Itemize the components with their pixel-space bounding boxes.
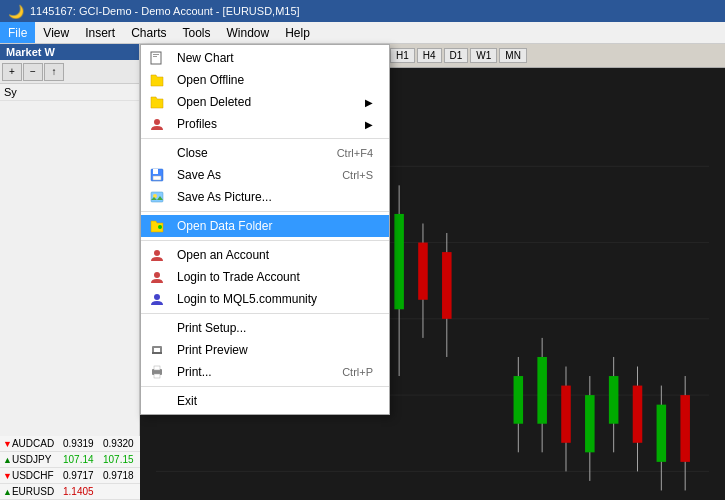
- open-deleted-label: Open Deleted: [177, 95, 251, 109]
- sep2: [141, 211, 389, 212]
- menu-item-save-as[interactable]: Save As Ctrl+S: [141, 164, 389, 186]
- bid-audcad: 0.9319: [60, 436, 100, 451]
- sidebar-header: Market W: [0, 44, 139, 60]
- print-preview-label: Print Preview: [177, 343, 248, 357]
- sep4: [141, 313, 389, 314]
- open-folder-icon: [149, 218, 165, 234]
- menu-item-open-offline[interactable]: Open Offline: [141, 69, 389, 91]
- save-picture-label: Save As Picture...: [177, 190, 272, 204]
- print-preview-icon: [149, 342, 165, 358]
- save-as-label: Save As: [177, 168, 221, 182]
- ask-eurusd: [100, 484, 140, 499]
- sep3: [141, 240, 389, 241]
- svg-rect-24: [394, 214, 404, 309]
- table-row-usdchf: ▼ USDCHF 0.9717 0.9718: [0, 468, 140, 484]
- svg-rect-60: [152, 352, 162, 354]
- open-offline-icon: [149, 72, 165, 88]
- menu-item-open-deleted[interactable]: Open Deleted ▶: [141, 91, 389, 113]
- svg-rect-34: [561, 386, 571, 443]
- menu-item-close[interactable]: Close Ctrl+F4: [141, 142, 389, 164]
- print-shortcut: Ctrl+P: [342, 366, 373, 378]
- open-deleted-icon: [149, 94, 165, 110]
- timeframe-mn[interactable]: MN: [499, 48, 527, 63]
- svg-rect-28: [442, 252, 452, 319]
- ask-usdchf: 0.9718: [100, 468, 140, 483]
- sidebar-sy-label: Sy: [4, 86, 17, 98]
- menu-insert[interactable]: Insert: [77, 22, 123, 43]
- svg-rect-47: [153, 56, 157, 57]
- login-trade-icon: [149, 269, 165, 285]
- menu-tools[interactable]: Tools: [175, 22, 219, 43]
- title-text: 1145167: GCI-Demo - Demo Account - [EURU…: [30, 5, 300, 17]
- timeframe-h1[interactable]: H1: [390, 48, 415, 63]
- svg-point-57: [154, 294, 160, 300]
- open-data-folder-label: Open Data Folder: [177, 219, 272, 233]
- table-row-eurusd: ▲ EURUSD 1.1405: [0, 484, 140, 500]
- symbol-eurusd: ▲ EURUSD: [0, 484, 60, 499]
- menu-item-login-trade[interactable]: Login to Trade Account: [141, 266, 389, 288]
- svg-rect-50: [153, 169, 158, 174]
- timeframe-h4[interactable]: H4: [417, 48, 442, 63]
- open-account-label: Open an Account: [177, 248, 269, 262]
- save-picture-icon: [149, 189, 165, 205]
- menu-item-login-mql5[interactable]: Login to MQL5.community: [141, 288, 389, 310]
- menu-item-new-chart[interactable]: New Chart: [141, 47, 389, 69]
- toolbar-btn-3[interactable]: ↑: [44, 63, 64, 81]
- svg-point-56: [154, 272, 160, 278]
- table-row-usdjpy: ▲ USDJPY 107.14 107.15: [0, 452, 140, 468]
- menu-window[interactable]: Window: [219, 22, 278, 43]
- bid-eurusd: 1.1405: [60, 484, 100, 499]
- menu-item-exit[interactable]: Exit: [141, 390, 389, 412]
- bid-usdchf: 0.9717: [60, 468, 100, 483]
- timeframe-w1[interactable]: W1: [470, 48, 497, 63]
- profiles-label: Profiles: [177, 117, 217, 131]
- menu-view[interactable]: View: [35, 22, 77, 43]
- menu-bar: File View Insert Charts Tools Window Hel…: [0, 22, 725, 44]
- bid-usdjpy: 107.14: [60, 452, 100, 467]
- menu-item-print[interactable]: Print... Ctrl+P: [141, 361, 389, 383]
- title-bar: 🌙 1145167: GCI-Demo - Demo Account - [EU…: [0, 0, 725, 22]
- svg-rect-26: [418, 243, 428, 300]
- symbol-usdchf: ▼ USDCHF: [0, 468, 60, 483]
- svg-point-55: [154, 250, 160, 256]
- file-dropdown: New Chart Open Offline Open Deleted ▶ Pr…: [140, 44, 390, 415]
- login-mql5-icon: [149, 291, 165, 307]
- menu-item-open-data-folder[interactable]: Open Data Folder: [141, 215, 389, 237]
- toolbar-btn-1[interactable]: +: [2, 63, 22, 81]
- symbol-audcad: ▼ AUDCAD: [0, 436, 60, 451]
- table-row-audcad: ▼ AUDCAD 0.9319 0.9320: [0, 436, 140, 452]
- menu-charts[interactable]: Charts: [123, 22, 174, 43]
- svg-rect-32: [537, 357, 547, 424]
- menu-item-open-account[interactable]: Open an Account: [141, 244, 389, 266]
- svg-rect-36: [585, 395, 595, 452]
- open-account-icon: [149, 247, 165, 263]
- market-table: ▼ AUDCAD 0.9319 0.9320 ▲ USDJPY 107.14 1…: [0, 436, 140, 500]
- symbol-usdjpy: ▲ USDJPY: [0, 452, 60, 467]
- open-deleted-arrow: ▶: [365, 97, 373, 108]
- exit-label: Exit: [177, 394, 197, 408]
- login-trade-label: Login to Trade Account: [177, 270, 300, 284]
- svg-rect-45: [151, 52, 161, 64]
- menu-item-save-as-picture[interactable]: Save As Picture...: [141, 186, 389, 208]
- svg-rect-52: [151, 192, 163, 202]
- svg-point-54: [158, 225, 162, 229]
- svg-rect-44: [680, 395, 690, 462]
- open-offline-label: Open Offline: [177, 73, 244, 87]
- close-shortcut: Ctrl+F4: [337, 147, 373, 159]
- sidebar-toolbar: + − ↑: [0, 60, 139, 84]
- menu-item-print-preview[interactable]: Print Preview: [141, 339, 389, 361]
- menu-item-print-setup[interactable]: Print Setup...: [141, 317, 389, 339]
- toolbar-btn-2[interactable]: −: [23, 63, 43, 81]
- svg-rect-51: [153, 176, 161, 180]
- login-mql5-label: Login to MQL5.community: [177, 292, 317, 306]
- menu-file[interactable]: File: [0, 22, 35, 43]
- sidebar-sy-row: Sy: [0, 84, 139, 101]
- sidebar: Market W + − ↑ Sy ▼ AUDCAD 0.9319 0.9320…: [0, 44, 140, 500]
- sep5: [141, 386, 389, 387]
- menu-help[interactable]: Help: [277, 22, 318, 43]
- save-as-icon: [149, 167, 165, 183]
- sep1: [141, 138, 389, 139]
- svg-rect-42: [657, 405, 667, 462]
- timeframe-d1[interactable]: D1: [444, 48, 469, 63]
- menu-item-profiles[interactable]: Profiles ▶: [141, 113, 389, 135]
